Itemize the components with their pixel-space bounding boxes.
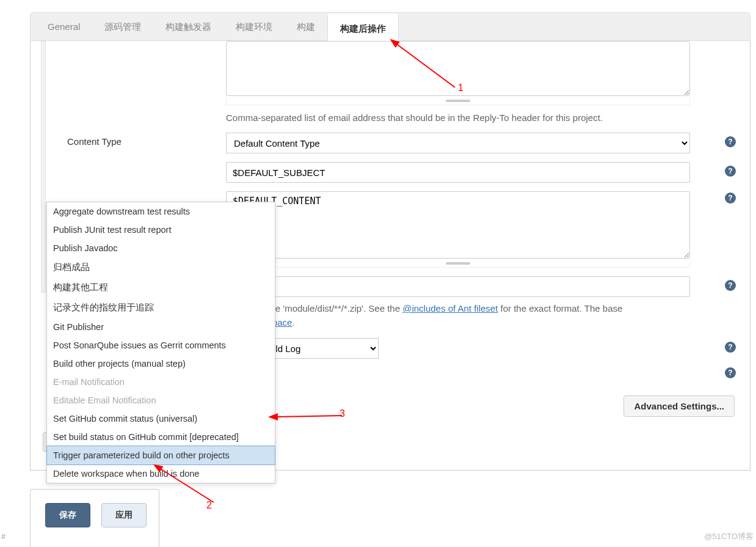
post-build-step-dropdown: Aggregate downstream test results Publis… <box>46 202 275 483</box>
tab-general[interactable]: General <box>35 13 92 40</box>
content-type-select[interactable]: Default Content Type <box>226 133 690 153</box>
save-button[interactable]: 保存 <box>45 503 90 527</box>
reply-to-textarea[interactable] <box>226 41 690 96</box>
attachments-input[interactable] <box>226 276 690 297</box>
help-icon[interactable]: ? <box>725 342 736 353</box>
wildcards-hint: wildcards like 'module/dist/**/*.zip'. S… <box>226 302 653 329</box>
content-type-label: Content Type <box>67 133 226 147</box>
help-icon[interactable]: ? <box>725 367 736 378</box>
dd-item-fingerprint[interactable]: 记录文件的指纹用于追踪 <box>47 298 275 318</box>
tab-scm[interactable]: 源码管理 <box>92 13 153 40</box>
default-content-textarea[interactable]: $DEFAULT_CONTENT <box>226 191 690 259</box>
config-body: Comma-separated list of email address th… <box>30 41 751 471</box>
resize-grip[interactable] <box>226 260 690 268</box>
tab-triggers[interactable]: 构建触发器 <box>153 13 224 40</box>
dd-item-git-publisher[interactable]: Git Publisher <box>47 318 275 336</box>
dd-item-editable-email: Editable Email Notification <box>47 391 275 409</box>
dd-item-archive[interactable]: 归档成品 <box>47 257 275 277</box>
dd-item-trigger-parameterized[interactable]: Trigger parameterized build on other pro… <box>46 446 275 465</box>
help-icon[interactable]: ? <box>725 136 736 147</box>
dd-item-javadoc[interactable]: Publish Javadoc <box>47 239 275 257</box>
advanced-settings-button[interactable]: Advanced Settings... <box>623 395 735 417</box>
resize-grip[interactable] <box>226 98 690 105</box>
dd-item-email: E-mail Notification <box>47 373 275 391</box>
dd-item-build-other[interactable]: 构建其他工程 <box>47 277 275 298</box>
tab-build[interactable]: 构建 <box>285 13 327 40</box>
dd-item-build-manual[interactable]: Build other projects (manual step) <box>47 354 275 373</box>
help-icon[interactable]: ? <box>725 166 736 177</box>
watermark: @51CTO博客 <box>704 531 754 542</box>
dd-item-sonarqube[interactable]: Post SonarQube issues as Gerrit comments <box>47 336 275 354</box>
ant-fileset-link[interactable]: @includes of Ant fileset <box>402 303 498 314</box>
config-tabs: General 源码管理 构建触发器 构建环境 构建 构建后操作 <box>30 12 751 41</box>
dd-item-github-status[interactable]: Set GitHub commit status (universal) <box>47 409 275 428</box>
dd-item-junit[interactable]: Publish JUnit test result report <box>47 221 275 239</box>
annotation-label-2: 2 <box>206 500 212 511</box>
apply-button[interactable]: 应用 <box>101 503 147 527</box>
default-subject-input[interactable] <box>226 162 690 183</box>
footer-actions: 保存 应用 <box>30 489 159 547</box>
section-drag-handle[interactable] <box>41 41 46 293</box>
dd-item-github-status-deprecated[interactable]: Set build status on GitHub commit [depre… <box>47 428 275 446</box>
dd-item-delete-workspace[interactable]: Delete workspace when build is done <box>47 464 275 483</box>
help-icon[interactable]: ? <box>725 193 736 204</box>
dd-item-aggregate[interactable]: Aggregate downstream test results <box>47 202 275 221</box>
config-page: General 源码管理 构建触发器 构建环境 构建 构建后操作 Comma-s… <box>30 12 751 471</box>
tab-post-build[interactable]: 构建后操作 <box>327 13 399 41</box>
help-icon[interactable]: ? <box>725 280 736 291</box>
hash-mark: # <box>1 532 5 541</box>
reply-to-hint: Comma-separated list of email address th… <box>226 111 696 124</box>
tab-build-env[interactable]: 构建环境 <box>224 13 285 40</box>
